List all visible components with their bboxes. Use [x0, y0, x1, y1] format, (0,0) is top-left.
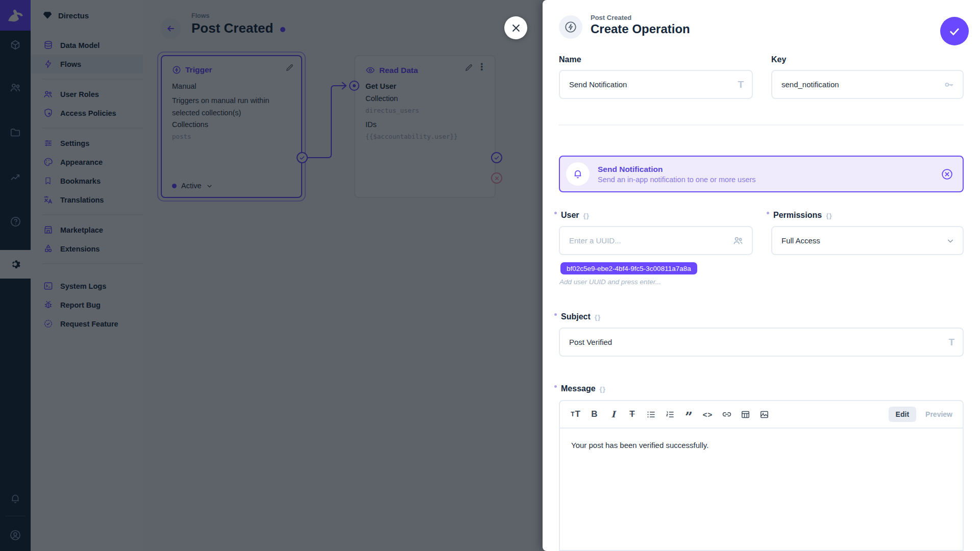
subject-label: Subject {} [559, 312, 601, 321]
create-operation-drawer: Post Created Create Operation Name T Key [543, 0, 980, 551]
user-field[interactable] [559, 226, 753, 255]
subject-field[interactable]: T [559, 328, 964, 357]
type-text-icon: T [948, 337, 954, 348]
italic-icon[interactable]: I [604, 405, 623, 423]
notification-bell-icon [566, 162, 590, 186]
key-label: Key [771, 55, 786, 64]
bullet-list-icon[interactable] [642, 405, 660, 423]
drawer-breadcrumb[interactable]: Post Created [591, 14, 631, 21]
bold-icon[interactable]: B [585, 405, 604, 423]
required-dot [554, 212, 557, 214]
image-icon[interactable] [755, 405, 774, 423]
strikethrough-icon[interactable]: T [623, 405, 642, 423]
blockquote-icon[interactable]: ” [679, 405, 698, 423]
save-button[interactable] [940, 17, 969, 45]
permissions-select[interactable] [771, 226, 964, 255]
chevron-down-icon [946, 237, 954, 245]
interpolation-braces-icon[interactable]: {} [595, 313, 601, 321]
subject-input[interactable] [568, 337, 948, 347]
operation-type-banner[interactable]: Send Notification Send an in-app notific… [559, 156, 964, 192]
message-label: Message {} [559, 384, 606, 393]
required-dot [554, 385, 557, 388]
user-label: User {} [559, 211, 590, 220]
type-text-icon: T [738, 79, 744, 90]
edit-tab[interactable]: Edit [889, 407, 916, 422]
directus-app: Directus Data Model Flows User Roles Acc… [0, 0, 980, 551]
preview-tab[interactable]: Preview [920, 407, 958, 422]
link-icon[interactable] [717, 405, 736, 423]
close-drawer-button[interactable] [504, 16, 527, 39]
message-content[interactable]: Your post has been verified successfully… [560, 429, 963, 462]
user-uuid-input[interactable] [568, 236, 732, 245]
name-label: Name [559, 55, 581, 64]
close-icon [510, 22, 522, 34]
remove-operation-type-icon[interactable] [941, 168, 953, 181]
interpolation-braces-icon[interactable]: {} [600, 385, 606, 393]
message-editor: TT B I T ” <> [559, 400, 964, 551]
markdown-toolbar: TT B I T ” <> [560, 401, 963, 429]
users-icon [732, 235, 744, 246]
banner-text: Send Notification Send an in-app notific… [598, 165, 933, 184]
heading-icon[interactable]: TT [566, 405, 585, 423]
name-field[interactable]: T [559, 70, 753, 99]
key-input[interactable] [780, 80, 943, 89]
user-uuid-chip[interactable]: bf02c5e9-ebe2-4bf4-9fc5-3c00811a7a8a [560, 262, 697, 274]
check-icon [948, 24, 961, 38]
interpolation-braces-icon[interactable]: {} [583, 212, 590, 219]
interpolation-braces-icon[interactable]: {} [826, 212, 832, 219]
drawer-title: Create Operation [591, 22, 690, 36]
key-icon [943, 79, 954, 90]
banner-description: Send an in-app notification to one or mo… [598, 176, 933, 184]
code-icon[interactable]: <> [698, 405, 717, 423]
permissions-label: Permissions {} [771, 211, 832, 220]
name-input[interactable] [568, 80, 738, 89]
numbered-list-icon[interactable] [660, 405, 679, 423]
key-field[interactable] [771, 70, 964, 99]
required-dot [767, 212, 769, 214]
required-dot [554, 313, 557, 316]
section-divider [559, 124, 964, 126]
table-icon[interactable] [736, 405, 755, 423]
permissions-value[interactable] [780, 236, 946, 245]
user-hint: Add user UUID and press enter... [559, 278, 661, 286]
operation-bolt-icon [559, 15, 582, 39]
banner-title: Send Notification [598, 165, 933, 174]
